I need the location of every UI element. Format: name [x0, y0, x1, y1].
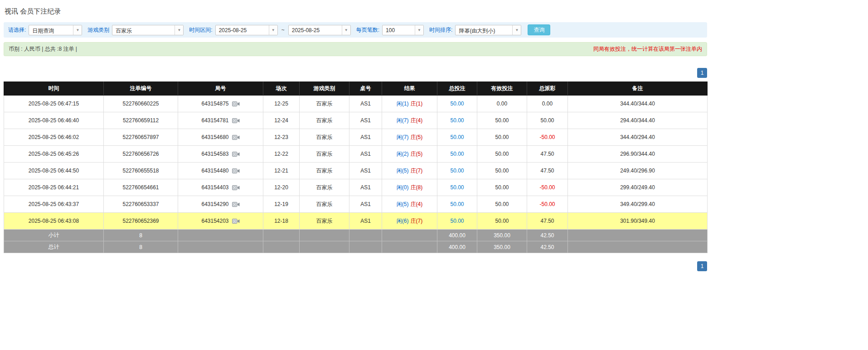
col-header-payout: 总派彩 [527, 82, 568, 96]
video-replay-icon[interactable] [232, 151, 240, 157]
session-cell: 12-22 [263, 146, 300, 163]
col-header-bet-id: 注单编号 [104, 82, 178, 96]
result-player: 闲(5) [397, 201, 409, 207]
round-cell: 643154480 [178, 163, 263, 179]
result-cell: 闲(7)庄(4) [382, 112, 437, 129]
round-cell: 643154203 [178, 213, 263, 230]
session-cell: 12-24 [263, 112, 300, 129]
payout-cell: -50.00 [527, 196, 568, 213]
table-row: 2025-08-25 06:47:15522760660225643154875… [4, 96, 708, 112]
currency-summary-text: 币别 : 人民币 | 总共 :8 注单 | [9, 45, 77, 53]
payout-cell: 47.50 [527, 213, 568, 230]
video-replay-icon[interactable] [232, 218, 240, 224]
page-size-value: 100 [383, 25, 415, 35]
col-header-session: 场次 [263, 82, 300, 96]
chevron-down-icon[interactable]: ▼ [415, 25, 423, 35]
result-player: 闲(1) [397, 101, 409, 107]
total-bet-link[interactable]: 50.00 [450, 151, 464, 157]
session-cell: 12-21 [263, 163, 300, 179]
col-header-game-type: 游戏类别 [300, 82, 349, 96]
video-replay-icon[interactable] [232, 185, 240, 191]
table-no-cell: AS1 [349, 96, 382, 112]
page-1-button[interactable]: 1 [697, 68, 707, 78]
time-cell: 2025-08-25 06:43:08 [4, 213, 104, 230]
time-cell: 2025-08-25 06:46:40 [4, 112, 104, 129]
total-bet-link[interactable]: 50.00 [450, 117, 464, 124]
date-from-value: 2025-08-25 [216, 25, 269, 35]
result-cell: 闲(2)庄(5) [382, 146, 437, 163]
result-cell: 闲(6)庄(7) [382, 213, 437, 230]
date-to-value: 2025-08-25 [289, 25, 342, 35]
note-cell: 296.90/344.40 [568, 146, 708, 163]
video-replay-icon[interactable] [232, 168, 240, 174]
round-cell: 643154680 [178, 129, 263, 146]
note-cell: 344.40/294.40 [568, 129, 708, 146]
range-separator: ~ [281, 27, 285, 33]
payout-cell: 50.00 [527, 112, 568, 129]
table-header-row: 时间 注单编号 局号 场次 游戏类别 桌号 结果 总投注 有效投注 总派彩 备注 [4, 82, 708, 96]
payout-cell: 47.50 [527, 146, 568, 163]
chevron-down-icon[interactable]: ▼ [512, 25, 521, 35]
search-button[interactable]: 查询 [528, 24, 550, 35]
sort-order-label: 时间排序: [429, 26, 452, 34]
game-type-cell: 百家乐 [300, 213, 349, 230]
round-number: 643154290 [201, 201, 228, 207]
video-replay-icon[interactable] [232, 118, 240, 124]
subtotal-payout: 42.50 [527, 230, 568, 241]
valid-bet-cell: 50.00 [477, 163, 527, 179]
total-bet-cell: 50.00 [437, 112, 477, 129]
date-to-select[interactable]: 2025-08-25 ▼ [288, 25, 351, 35]
subtotal-row: 小计 8 400.00 350.00 42.50 [4, 230, 708, 241]
chevron-down-icon[interactable]: ▼ [175, 25, 183, 35]
total-bet-link[interactable]: 50.00 [450, 184, 464, 191]
table-no-cell: AS1 [349, 146, 382, 163]
round-number: 643154203 [201, 218, 228, 224]
round-number: 643154480 [201, 168, 228, 174]
page-size-select[interactable]: 100 ▼ [382, 25, 424, 35]
table-no-cell: AS1 [349, 163, 382, 179]
result-banker: 庄(1) [411, 101, 423, 107]
game-type-cell: 百家乐 [300, 179, 349, 196]
total-bet-link[interactable]: 50.00 [450, 218, 464, 224]
round-number: 643154781 [201, 117, 228, 124]
result-player: 闲(6) [397, 218, 409, 224]
video-replay-icon[interactable] [232, 101, 240, 107]
valid-bet-cell: 50.00 [477, 129, 527, 146]
query-type-select[interactable]: 日期查询 ▼ [29, 25, 82, 35]
info-bar: 币别 : 人民币 | 总共 :8 注单 | 同局有效投注，统一计算在该局第一张注… [4, 42, 707, 56]
game-type-select[interactable]: 百家乐 ▼ [112, 25, 184, 35]
round-number: 643154680 [201, 134, 228, 140]
total-bet-cell: 50.00 [437, 163, 477, 179]
note-cell: 294.40/344.40 [568, 112, 708, 129]
result-player: 闲(7) [397, 117, 409, 124]
chevron-down-icon[interactable]: ▼ [73, 25, 82, 35]
note-cell: 249.40/296.90 [568, 163, 708, 179]
sort-order-select[interactable]: 降幂(由大到小) ▼ [455, 25, 521, 35]
total-bet-link[interactable]: 50.00 [450, 168, 464, 174]
table-body: 2025-08-25 06:47:15522760660225643154875… [4, 96, 708, 230]
table-row: 2025-08-25 06:43:08522760652369643154203… [4, 213, 708, 230]
table-no-cell: AS1 [349, 129, 382, 146]
bet-id-cell: 522760659112 [104, 112, 178, 129]
total-bet-link[interactable]: 50.00 [450, 201, 464, 207]
payout-cell: 47.50 [527, 163, 568, 179]
total-total-bet: 400.00 [437, 241, 477, 253]
total-bet-cell: 50.00 [437, 213, 477, 230]
chevron-down-icon[interactable]: ▼ [269, 25, 277, 35]
total-bet-link[interactable]: 50.00 [450, 134, 464, 140]
result-player: 闲(2) [397, 151, 409, 157]
game-type-cell: 百家乐 [300, 163, 349, 179]
date-from-select[interactable]: 2025-08-25 ▼ [215, 25, 278, 35]
video-replay-icon[interactable] [232, 201, 240, 207]
page-1-button[interactable]: 1 [697, 261, 707, 271]
result-cell: 闲(5)庄(4) [382, 196, 437, 213]
total-count: 8 [104, 241, 178, 253]
total-bet-link[interactable]: 50.00 [450, 101, 464, 107]
time-cell: 2025-08-25 06:44:50 [4, 163, 104, 179]
chevron-down-icon[interactable]: ▼ [342, 25, 350, 35]
game-type-cell: 百家乐 [300, 196, 349, 213]
game-type-cell: 百家乐 [300, 96, 349, 112]
result-banker: 庄(4) [411, 117, 423, 124]
result-player: 闲(7) [397, 134, 409, 140]
video-replay-icon[interactable] [232, 134, 240, 140]
